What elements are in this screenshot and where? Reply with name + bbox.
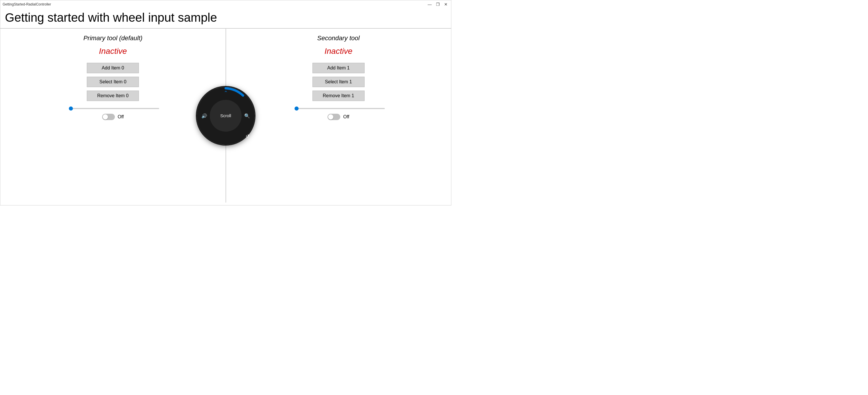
primary-panel: Primary tool (default) Inactive Add Item… (0, 29, 226, 203)
primary-remove-button[interactable]: Remove Item 0 (87, 91, 139, 101)
secondary-remove-button[interactable]: Remove Item 1 (312, 91, 365, 101)
wheel-undo-icon: ↺ (246, 133, 249, 139)
wheel-zoom-icon: 🔍 (244, 113, 250, 118)
radial-wheel[interactable]: ⌃ 🔊 🔍 ↺ Scroll (197, 87, 255, 145)
secondary-add-button[interactable]: Add Item 1 (312, 63, 365, 73)
close-button[interactable]: ✕ (443, 1, 449, 7)
main-content: Primary tool (default) Inactive Add Item… (0, 28, 451, 203)
maximize-button[interactable]: ❐ (435, 1, 441, 7)
primary-btn-group: Add Item 0 Select Item 0 Remove Item 0 (87, 63, 139, 101)
secondary-status: Inactive (324, 47, 353, 56)
radial-wheel-container: ⌃ 🔊 🔍 ↺ Scroll (197, 87, 255, 145)
secondary-toggle-row: Off (328, 114, 349, 120)
primary-slider-row (66, 108, 159, 109)
secondary-btn-group: Add Item 1 Select Item 1 Remove Item 1 (312, 63, 365, 101)
secondary-toggle-label: Off (343, 114, 349, 120)
window-title: GettingStarted-RadialController (3, 2, 51, 6)
primary-slider-track[interactable] (69, 108, 159, 109)
wheel-center-label: Scroll (220, 113, 231, 118)
primary-select-button[interactable]: Select Item 0 (87, 77, 139, 87)
wheel-volume-icon: 🔊 (202, 113, 207, 118)
primary-status: Inactive (99, 47, 127, 56)
secondary-panel-title: Secondary tool (317, 34, 360, 42)
title-bar: GettingStarted-RadialController — ❐ ✕ (0, 0, 451, 8)
primary-toggle-row: Off (102, 114, 124, 120)
primary-slider-thumb[interactable] (69, 107, 73, 111)
primary-add-button[interactable]: Add Item 0 (87, 63, 139, 73)
secondary-slider-thumb[interactable] (294, 107, 299, 111)
primary-toggle-label: Off (118, 114, 124, 120)
wheel-top-icon: ⌃ (224, 90, 228, 96)
primary-toggle-knob (103, 114, 108, 120)
minimize-button[interactable]: — (427, 1, 433, 7)
wheel-center-button[interactable]: Scroll (210, 100, 242, 132)
secondary-slider-row (292, 108, 385, 109)
primary-panel-title: Primary tool (default) (83, 34, 142, 42)
window-controls: — ❐ ✕ (427, 1, 449, 7)
secondary-toggle[interactable] (328, 114, 340, 120)
primary-toggle[interactable] (102, 114, 115, 120)
secondary-panel: Secondary tool Inactive Add Item 1 Selec… (226, 29, 452, 203)
secondary-select-button[interactable]: Select Item 1 (312, 77, 365, 87)
page-title: Getting started with wheel input sample (0, 8, 451, 28)
secondary-toggle-knob (328, 114, 333, 120)
secondary-slider-track[interactable] (294, 108, 385, 109)
